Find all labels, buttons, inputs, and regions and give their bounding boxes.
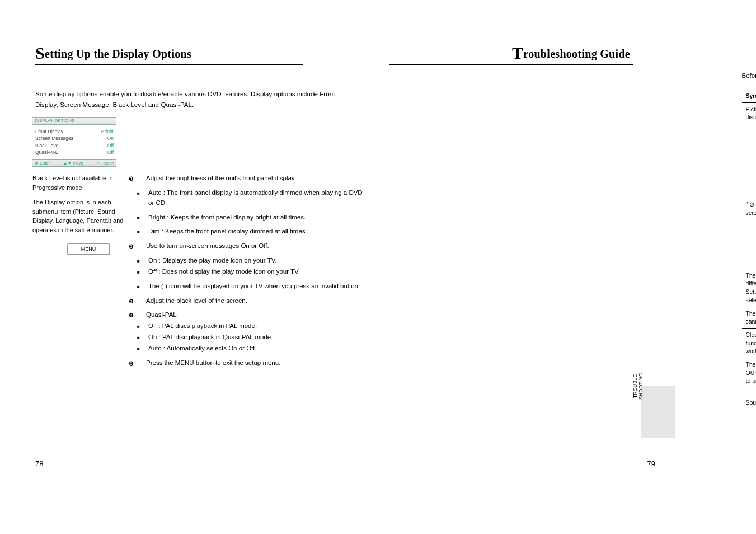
right-page: Troubleshooting Guide Before requesting … xyxy=(378,0,757,534)
left-page-number: 78 xyxy=(35,460,43,468)
right-preface: Before requesting service, please check … xyxy=(742,71,757,81)
left-preface: Some display options enable you to disab… xyxy=(35,89,349,110)
right-page-number: 79 xyxy=(647,460,655,468)
display-options-osd: DISPLAY OPTIONS Front DisplayBrightScree… xyxy=(32,117,116,167)
steps-list: ❶Adjust the brightness of the unit's fro… xyxy=(130,174,378,372)
section-tab: TROUBLE SHOOTING xyxy=(641,386,675,438)
troubleshooting-table: SymptomPossible Cause/SolutionPage Pictu… xyxy=(742,90,757,417)
osd-items: Front DisplayBrightScreen MessagesOnBlac… xyxy=(32,125,116,159)
osd-header: DISPLAY OPTIONS xyxy=(32,117,116,125)
osd-footer: ⊕ Enter ▲▼ Move ↵ Return xyxy=(32,159,116,167)
left-page: Setting Up the Display Options Some disp… xyxy=(0,0,378,534)
right-section-title: Troubleshooting Guide xyxy=(389,44,633,65)
left-section-title: Setting Up the Display Options xyxy=(35,44,303,65)
menu-button-graphic: MENU xyxy=(67,243,110,255)
side-notes: Black Level is not available in Progress… xyxy=(32,174,130,372)
